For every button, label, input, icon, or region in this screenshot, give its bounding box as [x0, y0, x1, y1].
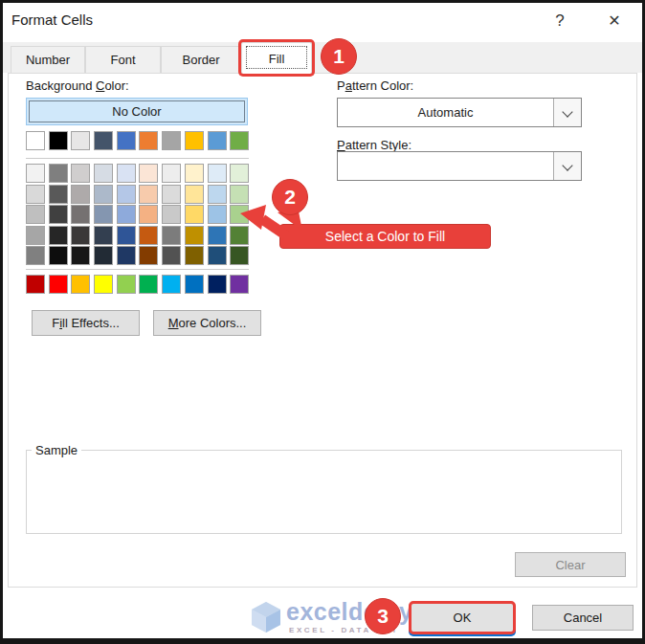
color-swatch[interactable] [94, 164, 113, 183]
color-swatch[interactable] [208, 164, 227, 183]
fill-effects-button[interactable]: Fill Effects... [32, 310, 140, 336]
color-swatch[interactable] [208, 275, 227, 294]
sample-preview-box [26, 450, 622, 534]
color-swatch[interactable] [230, 226, 249, 245]
color-swatch[interactable] [162, 205, 181, 224]
tab-border[interactable]: Border [161, 46, 241, 73]
color-swatch[interactable] [49, 275, 68, 294]
pattern-style-dropdown[interactable] [337, 151, 582, 181]
color-swatch[interactable] [230, 246, 249, 265]
color-swatch[interactable] [162, 275, 181, 294]
color-swatch[interactable] [49, 205, 68, 224]
ok-button[interactable]: OK [409, 601, 516, 634]
color-swatch[interactable] [185, 131, 204, 150]
color-swatch[interactable] [139, 185, 158, 204]
color-swatch[interactable] [49, 164, 68, 183]
color-swatch[interactable] [139, 226, 158, 245]
chevron-down-icon [562, 160, 572, 170]
color-swatch[interactable] [185, 205, 204, 224]
tab-focus-rect [246, 46, 307, 69]
color-swatch[interactable] [139, 275, 158, 294]
tab-fill[interactable]: Fill [241, 42, 312, 74]
color-swatch[interactable] [94, 275, 113, 294]
color-swatch[interactable] [162, 226, 181, 245]
pattern-color-dropdown[interactable]: Automatic [337, 98, 582, 127]
color-swatch[interactable] [26, 246, 45, 265]
color-swatch[interactable] [94, 246, 113, 265]
color-swatch[interactable] [117, 164, 136, 183]
color-swatch[interactable] [185, 185, 204, 204]
color-swatch[interactable] [230, 131, 249, 150]
exceldemy-logo-icon [249, 600, 283, 634]
color-swatch[interactable] [49, 185, 68, 204]
color-swatch[interactable] [117, 226, 136, 245]
color-swatch[interactable] [230, 164, 249, 183]
color-swatch[interactable] [71, 226, 90, 245]
color-swatch[interactable] [139, 246, 158, 265]
color-swatch[interactable] [71, 164, 90, 183]
color-swatch[interactable] [230, 205, 249, 224]
color-swatch[interactable] [71, 205, 90, 224]
more-colors-button[interactable]: More Colors... [153, 310, 261, 336]
color-swatch[interactable] [185, 246, 204, 265]
color-swatch[interactable] [117, 205, 136, 224]
color-swatch[interactable] [26, 226, 45, 245]
color-swatch[interactable] [230, 185, 249, 204]
no-color-button[interactable]: No Color [26, 98, 248, 125]
dialog-title: Format Cells [11, 11, 93, 28]
color-swatch[interactable] [71, 185, 90, 204]
clear-button[interactable]: Clear [515, 552, 626, 577]
color-swatch[interactable] [26, 164, 45, 183]
theme-color-row [26, 131, 249, 150]
color-swatch[interactable] [139, 205, 158, 224]
color-swatch[interactable] [162, 246, 181, 265]
annotation-badge-1: 1 [321, 38, 357, 75]
help-icon[interactable]: ? [547, 9, 572, 33]
close-icon[interactable]: ✕ [602, 9, 627, 33]
pattern-style-value [338, 152, 553, 180]
color-swatch[interactable] [117, 131, 136, 150]
color-swatch[interactable] [117, 246, 136, 265]
dropdown-button[interactable] [553, 152, 581, 180]
color-swatch[interactable] [94, 205, 113, 224]
dropdown-button[interactable] [553, 99, 581, 126]
callout-banner: Select a Color to Fill [279, 224, 491, 249]
color-swatch[interactable] [185, 164, 204, 183]
color-swatch[interactable] [26, 205, 45, 224]
standard-color-row [26, 275, 249, 294]
color-swatch[interactable] [26, 275, 45, 294]
color-swatch[interactable] [71, 246, 90, 265]
color-swatch[interactable] [230, 275, 249, 294]
color-swatch[interactable] [208, 131, 227, 150]
color-swatch[interactable] [94, 185, 113, 204]
color-swatch[interactable] [94, 131, 113, 150]
color-swatch[interactable] [94, 226, 113, 245]
color-swatch[interactable] [162, 131, 181, 150]
color-swatch[interactable] [49, 131, 68, 150]
color-swatch[interactable] [117, 275, 136, 294]
color-swatch[interactable] [208, 205, 227, 224]
cancel-button[interactable]: Cancel [532, 605, 634, 631]
color-swatch[interactable] [208, 246, 227, 265]
color-swatch[interactable] [208, 185, 227, 204]
color-swatch[interactable] [71, 275, 90, 294]
color-swatch[interactable] [162, 185, 181, 204]
color-swatch[interactable] [208, 226, 227, 245]
no-color-inner-frame [29, 100, 245, 122]
color-swatch[interactable] [185, 226, 204, 245]
color-swatch[interactable] [117, 185, 136, 204]
color-swatch[interactable] [49, 246, 68, 265]
color-swatch[interactable] [71, 131, 90, 150]
variant-color-grid [26, 164, 249, 265]
tab-number[interactable]: Number [11, 46, 85, 73]
tab-font[interactable]: Font [85, 46, 161, 73]
color-swatch[interactable] [162, 164, 181, 183]
pattern-style-label: Pattern Style: [337, 138, 411, 152]
color-swatch[interactable] [185, 275, 204, 294]
color-swatch[interactable] [139, 164, 158, 183]
color-swatch[interactable] [49, 226, 68, 245]
title-bar: Format Cells ? ✕ [3, 3, 642, 42]
color-swatch[interactable] [26, 185, 45, 204]
color-swatch[interactable] [26, 131, 45, 150]
color-swatch[interactable] [139, 131, 158, 150]
